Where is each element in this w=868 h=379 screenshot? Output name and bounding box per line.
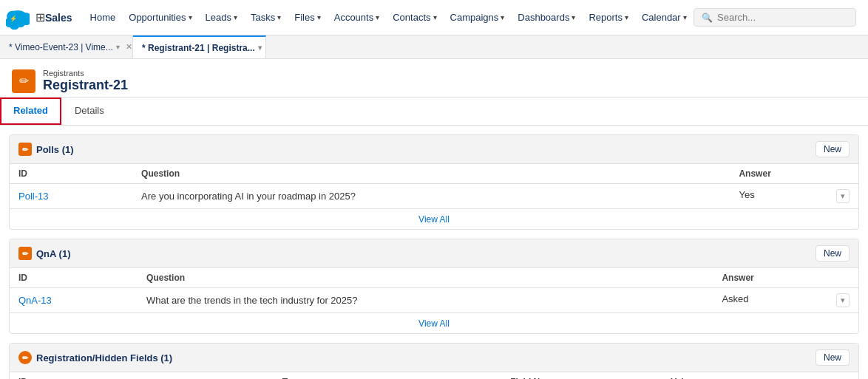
chevron-down-icon: ▾ bbox=[501, 13, 504, 21]
nav-items: Home Opportunities ▾ Leads ▾ Tasks ▾ Fil… bbox=[84, 9, 694, 26]
polls-title: ✏ Polls (1) bbox=[18, 143, 74, 156]
record-type-icon: ✏ bbox=[12, 69, 35, 93]
reg-col-id: ID bbox=[10, 372, 274, 379]
polls-view-all-row: View All bbox=[10, 208, 858, 229]
polls-col-id: ID bbox=[10, 164, 132, 184]
reg-col-value: Value bbox=[662, 372, 858, 379]
tab-registrant[interactable]: * Registrant-21 | Registra... ▾ ✕ bbox=[133, 35, 266, 58]
qna-icon: ✏ bbox=[18, 247, 32, 260]
registration-new-button[interactable]: New bbox=[816, 349, 850, 366]
page-title: Registrant-21 bbox=[43, 78, 128, 93]
chevron-down-icon: ▾ bbox=[625, 13, 628, 21]
polls-row-question: Are you incorporating AI in your roadmap… bbox=[132, 184, 730, 209]
nav-files[interactable]: Files ▾ bbox=[288, 9, 326, 26]
nav-opportunities[interactable]: Opportunities ▾ bbox=[123, 9, 197, 26]
tab-related[interactable]: Related bbox=[0, 98, 61, 125]
global-search[interactable]: 🔍 bbox=[694, 8, 856, 27]
qna-table: ID Question Answer QnA-13 What are the t… bbox=[10, 268, 858, 313]
polls-new-button[interactable]: New bbox=[816, 141, 850, 157]
nav-home[interactable]: Home bbox=[84, 9, 122, 26]
table-row: QnA-13 What are the trends in the tech i… bbox=[10, 288, 858, 313]
qna-col-id: ID bbox=[10, 268, 138, 288]
registration-section-header: ✏ Registration/Hidden Fields (1) New bbox=[10, 344, 858, 372]
qna-section-header: ✏ QnA (1) New bbox=[10, 239, 858, 268]
qna-row-id: QnA-13 bbox=[10, 288, 138, 313]
chevron-down-icon: ▾ bbox=[376, 13, 379, 21]
breadcrumb: Registrants bbox=[43, 69, 128, 78]
tab-details[interactable]: Details bbox=[61, 98, 118, 125]
qna-id-link[interactable]: QnA-13 bbox=[18, 295, 52, 306]
chevron-down-icon[interactable]: ▾ bbox=[258, 44, 262, 52]
nav-campaigns[interactable]: Campaigns ▾ bbox=[444, 9, 511, 26]
content-panel: Related Details ✏ Polls (1) New ID Quest… bbox=[0, 98, 868, 379]
app-launcher-icon[interactable]: ⊞ bbox=[35, 10, 45, 24]
polls-row-answer: Yes ▾ bbox=[730, 184, 858, 209]
search-icon: 🔍 bbox=[702, 13, 713, 23]
svg-text:⚡: ⚡ bbox=[10, 14, 18, 22]
registration-title: ✏ Registration/Hidden Fields (1) bbox=[18, 351, 172, 364]
chevron-down-icon: ▾ bbox=[317, 13, 321, 21]
app-name: Sales bbox=[45, 12, 72, 24]
registration-icon: ✏ bbox=[18, 351, 32, 364]
nav-reports[interactable]: Reports ▾ bbox=[583, 9, 634, 26]
reg-col-type: Type bbox=[274, 372, 502, 379]
qna-view-all-row: View All bbox=[10, 313, 858, 333]
nav-leads[interactable]: Leads ▾ bbox=[200, 9, 243, 26]
salesforce-logo[interactable]: ⚡ bbox=[6, 6, 30, 30]
polls-col-answer: Answer bbox=[730, 164, 858, 184]
chevron-down-icon: ▾ bbox=[433, 13, 437, 21]
polls-table: ID Question Answer Poll-13 Are you incor… bbox=[10, 164, 858, 208]
chevron-down-icon[interactable]: ▾ bbox=[116, 43, 120, 51]
chevron-down-icon: ▾ bbox=[189, 13, 192, 21]
page-header-text: Registrants Registrant-21 bbox=[43, 69, 128, 93]
chevron-down-icon: ▾ bbox=[277, 13, 281, 21]
qna-col-question: Question bbox=[138, 268, 713, 288]
polls-view-all-link[interactable]: View All bbox=[418, 214, 450, 225]
row-action-dropdown[interactable]: ▾ bbox=[836, 189, 850, 203]
qna-row-question: What are the trends in the tech industry… bbox=[138, 288, 713, 313]
chevron-down-icon: ▾ bbox=[234, 13, 237, 21]
page-header: ✏ Registrants Registrant-21 bbox=[0, 59, 868, 98]
row-action-dropdown[interactable]: ▾ bbox=[836, 293, 850, 307]
polls-icon: ✏ bbox=[18, 143, 32, 156]
top-navigation: ⚡ ⊞ Sales Home Opportunities ▾ Leads ▾ T… bbox=[0, 0, 868, 35]
polls-section: ✏ Polls (1) New ID Question Answer P bbox=[9, 134, 859, 230]
polls-col-question: Question bbox=[132, 164, 730, 184]
chevron-down-icon: ▾ bbox=[683, 13, 687, 21]
nav-calendar[interactable]: Calendar ▾ bbox=[636, 9, 693, 26]
nav-tasks[interactable]: Tasks ▾ bbox=[245, 9, 287, 26]
tab-bar: * Vimeo-Event-23 | Vime... ▾ ✕ * Registr… bbox=[0, 35, 868, 59]
nav-accounts[interactable]: Accounts ▾ bbox=[328, 9, 385, 26]
close-icon[interactable]: ✕ bbox=[126, 42, 132, 52]
pencil-icon: ✏ bbox=[19, 74, 29, 88]
qna-col-answer: Answer bbox=[713, 268, 858, 288]
qna-new-button[interactable]: New bbox=[816, 245, 850, 262]
qna-row-answer: Asked ▾ bbox=[713, 288, 858, 313]
qna-view-all-link[interactable]: View All bbox=[418, 318, 450, 329]
polls-row-id: Poll-13 bbox=[10, 184, 132, 209]
qna-title: ✏ QnA (1) bbox=[18, 247, 70, 260]
registration-section: ✏ Registration/Hidden Fields (1) New ID … bbox=[9, 343, 859, 379]
qna-section: ✏ QnA (1) New ID Question Answer QnA bbox=[9, 239, 859, 334]
tab-vimeo-event[interactable]: * Vimeo-Event-23 | Vime... ▾ ✕ bbox=[0, 35, 133, 58]
search-input[interactable] bbox=[717, 12, 848, 23]
reg-col-fieldname: Field Name bbox=[501, 372, 662, 379]
polls-section-header: ✏ Polls (1) New bbox=[10, 135, 858, 164]
poll-id-link[interactable]: Poll-13 bbox=[18, 191, 48, 202]
nav-dashboards[interactable]: Dashboards ▾ bbox=[512, 9, 581, 26]
chevron-down-icon: ▾ bbox=[572, 13, 575, 21]
table-row: Poll-13 Are you incorporating AI in your… bbox=[10, 184, 858, 209]
registration-table: ID Type Field Name Value Registration-Fi… bbox=[10, 372, 858, 379]
main-area: Related Details ✏ Polls (1) New ID Quest… bbox=[0, 98, 868, 379]
record-tabs: Related Details bbox=[0, 98, 868, 126]
nav-contacts[interactable]: Contacts ▾ bbox=[387, 9, 442, 26]
